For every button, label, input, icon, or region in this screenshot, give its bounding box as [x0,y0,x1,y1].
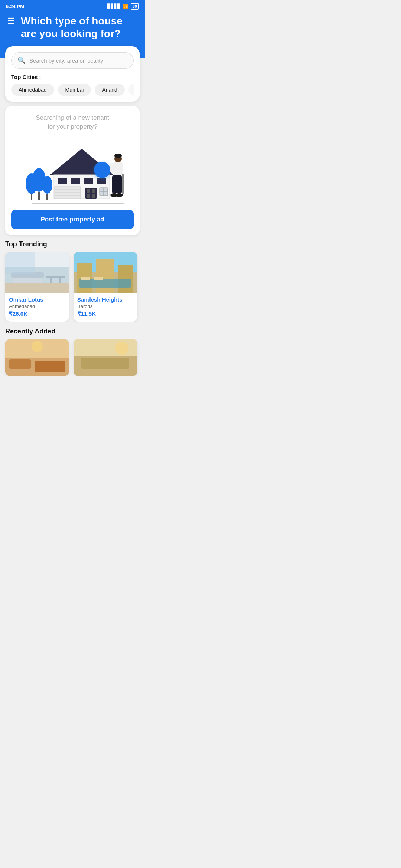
property-price-2: ₹11.5K [77,310,134,317]
cities-row: Ahmedabad Mumbai Anand › [11,84,134,96]
svg-rect-63 [35,361,65,372]
svg-rect-28 [92,194,95,198]
svg-rect-68 [81,358,129,369]
city-chip-anand[interactable]: Anand [95,84,124,96]
svg-rect-27 [87,194,90,198]
svg-point-40 [115,193,123,197]
svg-point-33 [114,154,122,158]
search-input[interactable]: Search by city, area or locality [29,57,103,64]
tenant-title: Searching of a new tenantfor your proper… [11,114,134,131]
signal-icon: ▋▋▋▋ [107,4,121,9]
recently-added-row [0,339,145,376]
property-location-1: Ahmedabad [9,303,65,309]
property-image-2 [74,252,137,293]
tenant-card: Searching of a new tenantfor your proper… [5,106,140,235]
svg-rect-49 [5,252,35,274]
recent-image-2 [74,339,137,376]
status-icons: ▋▋▋▋ 📶 30 [107,3,139,10]
svg-rect-25 [87,189,90,193]
property-name-2: Sandesh Heights [77,296,134,303]
recent-card-1[interactable] [5,339,69,376]
time: 5:24 PM [6,4,24,9]
wifi-icon: 📶 [123,4,128,9]
ground-line [32,203,124,204]
property-card-2[interactable]: Sandesh Heights Baroda ₹11.5K [74,252,137,322]
svg-rect-3 [38,192,40,200]
city-chip-ahmedabad[interactable]: Ahmedabad [11,84,54,96]
recent-card-2[interactable] [74,339,137,376]
svg-rect-38 [117,175,122,194]
search-card: 🔍 Search by city, area or locality Top C… [5,46,140,102]
svg-rect-57 [81,277,90,280]
person-figure [104,152,124,204]
top-cities-label: Top Cities : [11,74,134,80]
status-bar: 5:24 PM ▋▋▋▋ 📶 30 [0,0,145,11]
recently-added-title: Recently Added [5,328,140,335]
svg-rect-46 [46,276,65,278]
search-box[interactable]: 🔍 Search by city, area or locality [11,52,134,69]
property-image-1 [5,252,69,293]
property-info-1: Omkar Lotus Ahmedabad ₹26.0K [5,293,69,322]
svg-rect-1 [31,194,32,200]
city-chip-more[interactable]: › [128,84,134,96]
post-free-ad-button[interactable]: Post free property ad [11,210,134,229]
svg-rect-41 [122,174,124,194]
svg-rect-26 [92,189,95,193]
recent-image-1 [5,339,69,376]
svg-point-64 [32,341,43,352]
svg-rect-50 [5,283,69,293]
top-trending-title: Top Trending [5,240,140,248]
trending-row: Omkar Lotus Ahmedabad ₹26.0K S [0,252,145,322]
battery-indicator: 30 [131,3,139,10]
svg-rect-58 [94,277,103,280]
page-title: Which type of house are you looking for? [21,15,137,40]
property-price-1: ₹26.0K [9,310,65,317]
svg-rect-37 [112,175,117,194]
property-name-1: Omkar Lotus [9,296,65,303]
svg-point-69 [115,342,128,355]
property-card-1[interactable]: Omkar Lotus Ahmedabad ₹26.0K [5,252,69,322]
svg-rect-62 [9,359,31,369]
property-location-2: Baroda [77,303,134,309]
property-info-2: Sandesh Heights Baroda ₹11.5K [74,293,137,322]
house-illustration: + [20,137,124,204]
menu-button[interactable]: ☰ [7,17,15,25]
city-chip-mumbai[interactable]: Mumbai [58,84,91,96]
search-icon: 🔍 [17,56,26,65]
